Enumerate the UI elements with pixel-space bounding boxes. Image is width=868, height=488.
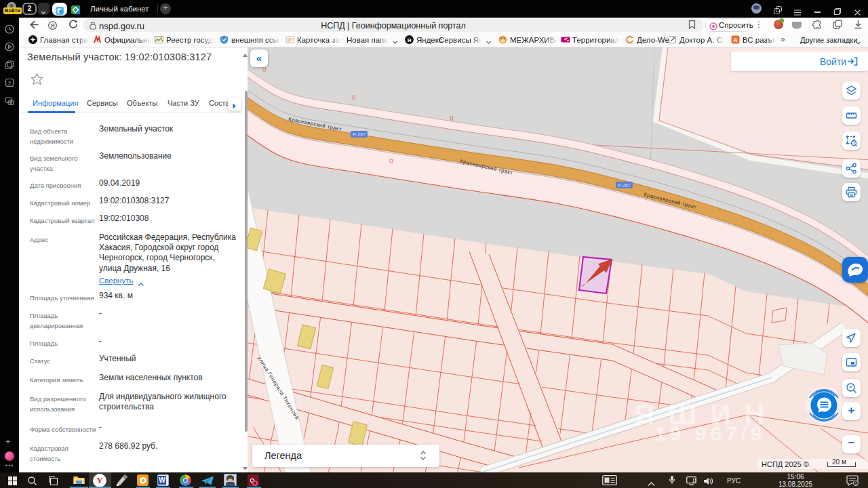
- svg-text:А: А: [733, 37, 737, 43]
- svg-text:Я: Я: [50, 22, 55, 29]
- svg-text:Р-257: Р-257: [618, 183, 631, 188]
- svg-text:2: 2: [8, 80, 12, 87]
- svg-text:Я: Я: [408, 37, 412, 43]
- svg-text:19 967/9: 19 967/9: [654, 422, 766, 445]
- svg-text:1: 1: [854, 481, 857, 486]
- svg-text:Р-257: Р-257: [353, 132, 366, 137]
